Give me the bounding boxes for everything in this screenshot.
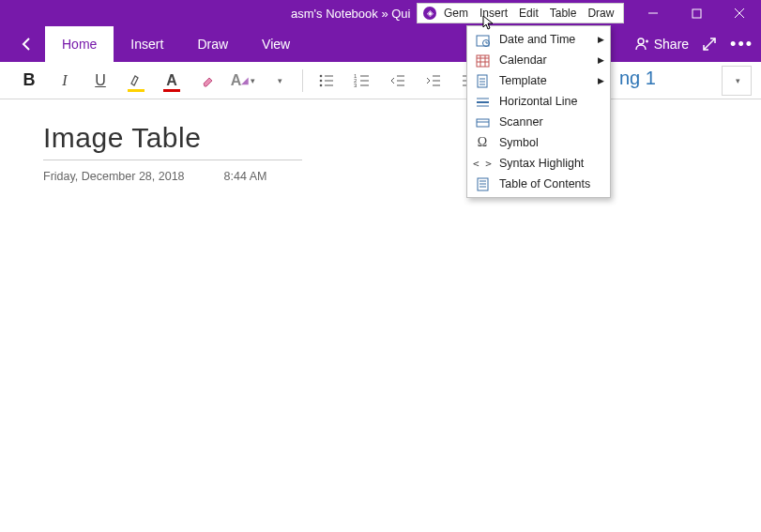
minimize-button[interactable] xyxy=(632,0,675,26)
menu-scanner[interactable]: Scanner xyxy=(467,112,610,132)
clear-format-button[interactable] xyxy=(190,63,225,99)
submenu-arrow-icon: ▶ xyxy=(598,76,604,85)
toc-icon xyxy=(475,176,490,191)
tab-view[interactable]: View xyxy=(245,26,307,62)
template-icon xyxy=(475,73,490,88)
chevron-left-icon xyxy=(19,37,34,52)
svg-text:3: 3 xyxy=(354,83,358,88)
bold-button[interactable]: B xyxy=(11,63,47,99)
menu-label: Syntax Highlight xyxy=(499,157,584,170)
menu-template[interactable]: Template ▶ xyxy=(467,70,610,91)
title-underline xyxy=(43,160,302,160)
divider xyxy=(302,69,303,92)
menu-label: Calendar xyxy=(499,53,547,67)
numbering-button[interactable]: 123 xyxy=(344,63,380,99)
omega-icon: Ω xyxy=(475,135,490,150)
bullets-button[interactable] xyxy=(309,63,344,99)
menu-label: Table of Contents xyxy=(499,177,590,190)
page-time[interactable]: 8:44 AM xyxy=(224,170,267,183)
titlebar: asm's Notebook » Qui ◈ Gem Insert Edit T… xyxy=(0,0,761,26)
fullscreen-button[interactable] xyxy=(702,37,717,52)
svg-point-10 xyxy=(320,79,323,82)
ribbon-toolbar: B I U A A◢ ▾ ▾ 123 ng 1 ▾ xyxy=(0,62,761,99)
menu-label: Symbol xyxy=(499,136,539,149)
menu-date-and-time[interactable]: Date and Time ▶ xyxy=(467,29,610,50)
outdent-icon xyxy=(389,72,406,89)
window-title: asm's Notebook » Qui xyxy=(291,7,411,21)
code-icon: < > xyxy=(475,156,490,171)
svg-rect-1 xyxy=(693,9,701,18)
highlight-button[interactable] xyxy=(118,63,154,99)
svg-line-7 xyxy=(704,38,715,50)
menu-symbol[interactable]: Ω Symbol xyxy=(467,132,610,153)
numbering-icon: 123 xyxy=(354,72,371,89)
gem-menu-gem[interactable]: Gem xyxy=(440,7,472,20)
menu-calendar[interactable]: Calendar ▶ xyxy=(467,50,610,70)
menu-label: Template xyxy=(499,74,547,87)
menu-label: Date and Time xyxy=(499,33,575,46)
svg-rect-33 xyxy=(477,55,489,67)
back-button[interactable] xyxy=(8,26,45,62)
style-preview[interactable]: ng 1 xyxy=(610,66,665,91)
maximize-button[interactable] xyxy=(675,0,718,26)
submenu-arrow-icon: ▶ xyxy=(598,35,604,44)
clock-icon xyxy=(475,32,490,47)
calendar-icon xyxy=(475,53,490,68)
share-icon xyxy=(633,37,648,52)
mouse-cursor-icon xyxy=(482,15,497,30)
highlighter-icon xyxy=(127,71,145,90)
svg-rect-45 xyxy=(477,119,489,127)
styles-dropdown-button[interactable]: ▾ xyxy=(722,66,752,96)
submenu-arrow-icon: ▶ xyxy=(598,55,604,65)
menu-table-of-contents[interactable]: Table of Contents xyxy=(467,174,610,194)
ribbon-tabs: Home Insert Draw View Share ••• xyxy=(0,26,761,62)
page-date[interactable]: Friday, December 28, 2018 xyxy=(43,170,185,183)
format-painter-button[interactable]: A◢ ▾ xyxy=(225,63,261,99)
gem-menu-table[interactable]: Table xyxy=(546,7,581,20)
insert-dropdown: Date and Time ▶ Calendar ▶ Template ▶ Ho… xyxy=(466,25,611,198)
gem-menubar: ◈ Gem Insert Edit Table Draw xyxy=(417,3,624,23)
menu-syntax-highlight[interactable]: < > Syntax Highlight xyxy=(467,153,610,174)
svg-point-8 xyxy=(320,74,323,77)
page-title[interactable]: Image Table xyxy=(43,122,718,154)
tab-draw[interactable]: Draw xyxy=(180,26,245,62)
scanner-icon xyxy=(475,114,490,129)
menu-horizontal-line[interactable]: Horizontal Line xyxy=(467,91,610,112)
eraser-icon xyxy=(198,71,217,90)
outdent-button[interactable] xyxy=(380,63,416,99)
svg-point-12 xyxy=(320,84,323,86)
page-canvas[interactable]: Image Table Friday, December 28, 2018 8:… xyxy=(0,99,761,205)
gem-icon: ◈ xyxy=(423,7,436,20)
more-button[interactable]: ••• xyxy=(730,35,753,54)
close-button[interactable] xyxy=(718,0,761,26)
font-dropdown-button[interactable]: ▾ xyxy=(261,63,297,99)
share-button[interactable]: Share xyxy=(633,37,689,52)
tab-home[interactable]: Home xyxy=(45,26,114,62)
underline-button[interactable]: U xyxy=(83,63,118,99)
page-meta: Friday, December 28, 2018 8:44 AM xyxy=(43,170,718,183)
menu-label: Horizontal Line xyxy=(499,95,577,108)
italic-button[interactable]: I xyxy=(47,63,83,99)
bullets-icon xyxy=(318,72,335,89)
hline-icon xyxy=(475,94,490,109)
tab-insert[interactable]: Insert xyxy=(114,26,180,62)
gem-menu-draw[interactable]: Draw xyxy=(584,7,617,20)
menu-label: Scanner xyxy=(499,115,543,129)
gem-menu-edit[interactable]: Edit xyxy=(515,7,542,20)
window-controls xyxy=(632,0,761,26)
svg-point-4 xyxy=(638,38,644,44)
indent-icon xyxy=(425,72,442,89)
share-label: Share xyxy=(654,37,689,52)
indent-button[interactable] xyxy=(416,63,451,99)
font-color-button[interactable]: A xyxy=(154,63,190,99)
